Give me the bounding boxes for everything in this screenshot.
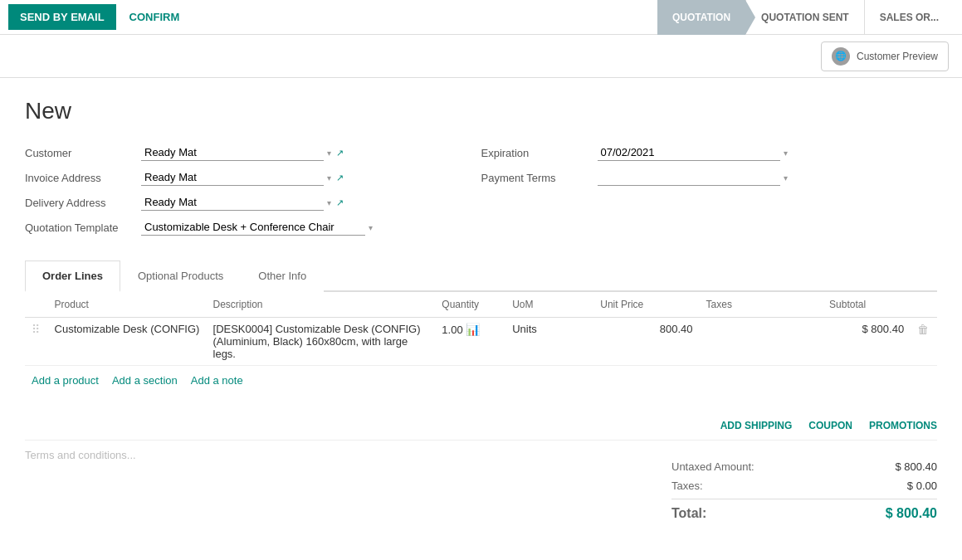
row-product: Customizable Desk (CONFIG) bbox=[48, 318, 207, 366]
header-product: Product bbox=[48, 292, 207, 318]
main-content: New Customer ▾ ↗ Invoice Address ▾ ↗ bbox=[0, 78, 962, 560]
promotions-link[interactable]: PROMOTIONS bbox=[869, 420, 937, 431]
invoice-address-label: Invoice Address bbox=[25, 172, 141, 184]
row-subtotal: $ 800.40 bbox=[823, 318, 911, 366]
coupon-link[interactable]: COUPON bbox=[808, 420, 852, 431]
tab-optional-products[interactable]: Optional Products bbox=[120, 261, 241, 292]
add-note-link[interactable]: Add a note bbox=[191, 374, 243, 387]
confirm-button[interactable]: CONFIRM bbox=[129, 11, 180, 23]
terms-section: Terms and conditions... bbox=[25, 449, 136, 524]
globe-icon: 🌐 bbox=[832, 47, 850, 66]
row-quantity: 1.00 📊 bbox=[435, 318, 505, 366]
invoice-address-row: Invoice Address ▾ ↗ bbox=[25, 169, 448, 186]
status-quotation[interactable]: QUOTATION bbox=[657, 0, 745, 35]
add-actions: Add a product Add a section Add a note bbox=[25, 366, 937, 395]
header-unit-price: Unit Price bbox=[593, 292, 699, 318]
row-unit-price: 800.40 bbox=[593, 318, 699, 366]
untaxed-amount-value: $ 800.40 bbox=[895, 460, 937, 473]
expiration-dropdown-arrow[interactable]: ▾ bbox=[784, 149, 788, 158]
chart-icon: 📊 bbox=[466, 323, 480, 336]
quotation-template-row: Quotation Template ▾ bbox=[25, 219, 448, 236]
expiration-label: Expiration bbox=[481, 147, 598, 159]
totals-section: Untaxed Amount: $ 800.40 Taxes: $ 0.00 T… bbox=[671, 457, 937, 524]
delivery-address-field: ▾ ↗ bbox=[141, 194, 448, 211]
delivery-address-label: Delivery Address bbox=[25, 197, 141, 209]
expiration-input[interactable] bbox=[598, 144, 780, 161]
delivery-address-ext-link[interactable]: ↗ bbox=[336, 197, 344, 208]
delete-row-button[interactable]: 🗑 bbox=[917, 323, 929, 336]
untaxed-amount-label: Untaxed Amount: bbox=[671, 460, 754, 473]
expiration-field: ▾ bbox=[598, 144, 905, 161]
send-email-button[interactable]: SEND BY EMAIL bbox=[8, 4, 116, 30]
order-table: Product Description Quantity UoM Unit Pr… bbox=[25, 292, 937, 366]
total-label: Total: bbox=[671, 506, 706, 521]
untaxed-amount-row: Untaxed Amount: $ 800.40 bbox=[671, 457, 937, 476]
expiration-row: Expiration ▾ bbox=[481, 144, 905, 161]
invoice-address-input[interactable] bbox=[141, 169, 324, 186]
preview-bar: 🌐 Customer Preview bbox=[0, 35, 962, 78]
invoice-address-dropdown-arrow[interactable]: ▾ bbox=[327, 173, 331, 183]
quotation-template-field: ▾ bbox=[141, 219, 448, 236]
row-description: [DESK0004] Customizable Desk (CONFIG) (A… bbox=[207, 318, 436, 366]
shipping-row: ADD SHIPPING COUPON PROMOTIONS bbox=[25, 411, 937, 440]
invoice-address-ext-link[interactable]: ↗ bbox=[336, 173, 344, 183]
customer-dropdown-arrow[interactable]: ▾ bbox=[327, 149, 331, 158]
total-value: $ 800.40 bbox=[886, 506, 937, 521]
delivery-address-input[interactable] bbox=[141, 194, 324, 211]
quotation-template-input[interactable] bbox=[141, 219, 365, 236]
invoice-address-field: ▾ ↗ bbox=[141, 169, 448, 186]
add-shipping-link[interactable]: ADD SHIPPING bbox=[720, 420, 793, 431]
add-product-link[interactable]: Add a product bbox=[32, 374, 99, 387]
tab-order-lines[interactable]: Order Lines bbox=[25, 261, 120, 292]
drag-handle-icon[interactable]: ⠿ bbox=[32, 323, 40, 336]
quotation-template-dropdown-arrow[interactable]: ▾ bbox=[369, 223, 373, 232]
total-row: Total: $ 800.40 bbox=[671, 503, 937, 524]
form-col-left: Customer ▾ ↗ Invoice Address ▾ ↗ Deliver… bbox=[25, 144, 481, 244]
status-bar: QUOTATION QUOTATION SENT SALES OR... bbox=[657, 0, 954, 35]
customer-preview-button[interactable]: 🌐 Customer Preview bbox=[821, 41, 949, 71]
customer-input[interactable] bbox=[141, 144, 324, 161]
form-col-right: Expiration ▾ Payment Terms ▾ bbox=[481, 144, 938, 244]
terms-text: Terms and conditions... bbox=[25, 449, 136, 461]
header-uom: UoM bbox=[505, 292, 593, 318]
toolbar: SEND BY EMAIL CONFIRM QUOTATION QUOTATIO… bbox=[0, 0, 962, 35]
taxes-value: $ 0.00 bbox=[907, 480, 937, 492]
tab-other-info[interactable]: Other Info bbox=[241, 261, 324, 292]
totals-table: Untaxed Amount: $ 800.40 Taxes: $ 0.00 T… bbox=[671, 457, 937, 524]
tabs: Order Lines Optional Products Other Info bbox=[25, 261, 937, 292]
row-uom: Units bbox=[505, 318, 593, 366]
customer-ext-link[interactable]: ↗ bbox=[336, 148, 344, 158]
quotation-template-label: Quotation Template bbox=[25, 222, 141, 234]
row-taxes bbox=[700, 318, 823, 366]
header-taxes: Taxes bbox=[700, 292, 823, 318]
customer-field: ▾ ↗ bbox=[141, 144, 448, 161]
header-subtotal: Subtotal bbox=[823, 292, 911, 318]
payment-terms-dropdown-arrow[interactable]: ▾ bbox=[784, 173, 788, 183]
header-quantity: Quantity bbox=[435, 292, 505, 318]
customer-label: Customer bbox=[25, 147, 141, 159]
page-title: New bbox=[25, 98, 937, 124]
payment-terms-field: ▾ bbox=[598, 169, 905, 186]
taxes-row: Taxes: $ 0.00 bbox=[671, 476, 937, 495]
customer-preview-label: Customer Preview bbox=[857, 51, 938, 62]
table-row: ⠿ Customizable Desk (CONFIG) [DESK0004] … bbox=[25, 318, 937, 366]
form-grid: Customer ▾ ↗ Invoice Address ▾ ↗ Deliver… bbox=[25, 144, 937, 244]
header-description: Description bbox=[207, 292, 436, 318]
add-section-link[interactable]: Add a section bbox=[112, 374, 178, 387]
taxes-label: Taxes: bbox=[671, 480, 703, 492]
payment-terms-label: Payment Terms bbox=[481, 172, 598, 184]
bottom-section: ADD SHIPPING COUPON PROMOTIONS Terms and… bbox=[25, 411, 937, 524]
delivery-address-dropdown-arrow[interactable]: ▾ bbox=[327, 198, 331, 207]
status-quotation-sent[interactable]: QUOTATION SENT bbox=[745, 0, 864, 35]
payment-terms-input[interactable] bbox=[598, 169, 780, 186]
delivery-address-row: Delivery Address ▾ ↗ bbox=[25, 194, 448, 211]
payment-terms-row: Payment Terms ▾ bbox=[481, 169, 905, 186]
status-sales-order[interactable]: SALES OR... bbox=[864, 0, 954, 35]
customer-row: Customer ▾ ↗ bbox=[25, 144, 448, 161]
